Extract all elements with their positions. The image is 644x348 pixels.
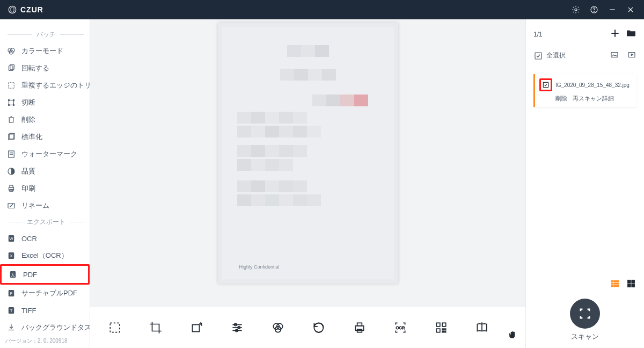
sidebar: バッチ カラーモード 回転する 重複するエッジのトリミング 切断 削除 標準化 (0, 19, 90, 348)
tool-select[interactable] (105, 318, 125, 337)
tool-undo[interactable] (309, 318, 328, 337)
confidential-label: Highly Confidential (239, 264, 280, 270)
svg-rect-23 (9, 151, 14, 157)
sidebar-item-label: 印刷 (21, 184, 35, 193)
help-icon (590, 5, 598, 14)
svg-rect-62 (445, 329, 446, 330)
minimize-button[interactable] (603, 0, 621, 19)
sidebar-item-standardize[interactable]: 標準化 (0, 128, 90, 146)
tool-crop[interactable] (146, 318, 165, 337)
slideshow-button[interactable] (627, 50, 636, 61)
sidebar-item-label: OCR (21, 235, 37, 243)
sidebar-item-quality[interactable]: 品質 (0, 163, 90, 180)
standardize-icon (6, 132, 16, 142)
sidebar-item-label: ウォーターマーク (21, 149, 77, 159)
list-view-button[interactable] (610, 278, 620, 289)
list-icon (610, 278, 620, 289)
tool-adjust[interactable] (228, 318, 247, 337)
thumbnail-delete[interactable]: 削除 (555, 95, 567, 103)
svg-rect-13 (9, 100, 14, 105)
section-header-batch-label: バッチ (36, 30, 56, 39)
color-mode-icon (6, 46, 16, 56)
svg-rect-11 (10, 64, 14, 69)
color-tool-icon (271, 321, 285, 335)
delete-icon (6, 115, 16, 125)
sidebar-item-pdf[interactable]: 人 PDF (0, 264, 90, 285)
tool-qrcode[interactable] (431, 318, 451, 337)
sidebar-item-label: 標準化 (21, 132, 42, 142)
svg-rect-79 (614, 285, 619, 287)
sidebar-item-searchable-pdf[interactable]: P サーチャブルPDF (0, 285, 90, 302)
svg-text:T: T (10, 308, 13, 313)
sidebar-item-color-mode[interactable]: カラーモード (0, 42, 90, 60)
svg-rect-18 (9, 118, 13, 122)
qrcode-icon (434, 321, 448, 335)
sidebar-item-label: PDF (23, 271, 37, 279)
book-icon (475, 321, 489, 335)
folder-icon (626, 28, 636, 39)
sidebar-item-print[interactable]: 印刷 (0, 180, 90, 197)
settings-button[interactable] (567, 0, 585, 19)
tool-rotate[interactable] (187, 318, 206, 337)
svg-rect-81 (632, 280, 635, 283)
svg-rect-80 (627, 280, 631, 283)
ocr-icon: OCR (393, 321, 407, 335)
watermark-icon (6, 149, 16, 159)
close-icon (626, 5, 635, 14)
tool-print[interactable] (350, 318, 369, 337)
svg-rect-43 (110, 323, 119, 332)
document-preview[interactable]: Highly Confidential (218, 23, 398, 284)
svg-rect-75 (614, 280, 619, 282)
canvas-area: Highly Confidential (90, 19, 525, 307)
close-button[interactable] (621, 0, 640, 19)
section-header-export: エクスポート (0, 214, 90, 230)
sidebar-item-crop[interactable]: 切断 (0, 94, 90, 111)
thumbnail-card[interactable]: IG_2020_09_28_15_48_32.jpg 削除 再スキャン詳細 (533, 74, 636, 107)
sidebar-item-label: TIFF (21, 307, 36, 315)
svg-rect-73 (543, 82, 548, 87)
grid-icon (626, 278, 636, 289)
add-button[interactable] (610, 28, 620, 40)
tool-book[interactable] (472, 318, 492, 337)
svg-point-1 (575, 9, 577, 11)
scan-icon (577, 306, 592, 321)
sidebar-item-excel-ocr[interactable]: X Excel（OCR） (0, 247, 90, 264)
svg-marker-72 (631, 54, 633, 56)
image-view-button[interactable] (610, 50, 619, 61)
sidebar-item-background-task[interactable]: バックグラウンドタスク (0, 319, 90, 336)
sidebar-item-rotate[interactable]: 回転する (0, 60, 90, 77)
tiff-icon: T (6, 306, 16, 315)
titlebar: CZUR (0, 0, 644, 19)
sidebar-item-watermark[interactable]: ウォーターマーク (0, 146, 90, 163)
sidebar-item-rename[interactable]: リネーム (0, 197, 90, 214)
tool-ocr[interactable]: OCR (391, 318, 410, 337)
grid-view-button[interactable] (626, 278, 636, 289)
rotate-icon (6, 63, 16, 73)
tool-color[interactable] (268, 318, 288, 337)
sidebar-item-label: サーチャブルPDF (21, 288, 77, 298)
sidebar-item-ocr[interactable]: W OCR (0, 230, 90, 247)
thumbnail-rescan[interactable]: 再スキャン詳細 (573, 95, 614, 103)
minimize-icon (608, 5, 617, 14)
svg-rect-58 (436, 323, 440, 327)
scan-button[interactable] (570, 299, 600, 329)
thumbnail-filename: IG_2020_09_28_15_48_32.jpg (555, 82, 630, 88)
help-button[interactable] (585, 0, 603, 19)
svg-rect-12 (9, 83, 14, 89)
hand-tool[interactable] (507, 330, 518, 343)
svg-rect-59 (442, 323, 446, 327)
crop-tool-icon (149, 321, 163, 335)
scan-label: スキャン (571, 332, 599, 342)
thumbnail-checkbox[interactable] (539, 78, 552, 91)
select-all-checkbox[interactable]: 全選択 (533, 51, 566, 61)
section-header-batch: バッチ (0, 27, 90, 42)
sidebar-item-tiff[interactable]: T TIFF (0, 302, 90, 319)
plus-icon (610, 28, 620, 39)
sidebar-item-delete[interactable]: 削除 (0, 111, 90, 128)
sidebar-item-trim-edges[interactable]: 重複するエッジのトリミング (0, 77, 90, 94)
sidebar-item-label: 削除 (21, 115, 35, 125)
hand-icon (507, 330, 518, 340)
svg-rect-69 (535, 53, 541, 59)
folder-button[interactable] (626, 28, 636, 40)
svg-text:人: 人 (11, 273, 15, 278)
